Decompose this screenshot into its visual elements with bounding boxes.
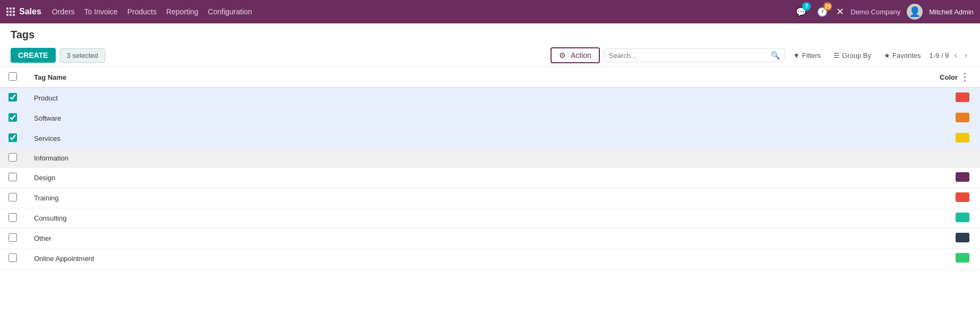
select-all-checkbox[interactable]: [8, 72, 17, 81]
nav-reporting[interactable]: Reporting: [166, 7, 199, 16]
filters-button[interactable]: ▼ Filters: [789, 49, 825, 62]
search-input[interactable]: [609, 52, 771, 60]
groupby-icon: ☰: [833, 52, 840, 60]
row-color-cell: [611, 168, 980, 188]
row-check-cell: [0, 229, 25, 249]
table-row: Training: [0, 188, 980, 208]
row-color-cell: [611, 229, 980, 249]
col-header-color: Color ⋮: [611, 67, 980, 88]
next-page-button[interactable]: ›: [962, 49, 969, 61]
nav-menu: Orders To Invoice Products Reporting Con…: [52, 7, 783, 16]
color-swatch: [956, 172, 969, 182]
avatar[interactable]: 👤: [907, 4, 923, 20]
row-checkbox[interactable]: [8, 113, 17, 122]
prev-page-button[interactable]: ‹: [952, 49, 959, 61]
pagination: 1-9 / 9 ‹ ›: [929, 49, 969, 61]
row-name-cell[interactable]: Consulting: [25, 208, 611, 229]
row-name-cell[interactable]: Online Appointment: [25, 249, 611, 269]
table-container: Tag Name Color ⋮ ProductSoftwareServices…: [0, 67, 980, 269]
favorites-button[interactable]: ★ Favorites: [880, 49, 925, 62]
row-checkbox[interactable]: [8, 193, 17, 201]
color-swatch: [956, 133, 969, 142]
color-swatch: [956, 92, 969, 102]
color-swatch: [956, 192, 969, 202]
search-icon: 🔍: [771, 51, 780, 60]
create-button[interactable]: CREATE: [11, 48, 56, 63]
table-header-row: Tag Name Color ⋮: [0, 67, 980, 88]
color-swatch: [956, 253, 969, 263]
page-content: Tags CREATE 3 selected ⚙ Action 🔍 ▼ Filt…: [0, 23, 980, 329]
close-icon[interactable]: ✕: [836, 6, 844, 18]
action-button[interactable]: ⚙ Action: [551, 47, 600, 63]
row-check-cell: [0, 168, 25, 188]
row-check-cell: [0, 188, 25, 208]
selected-badge[interactable]: 3 selected: [60, 48, 105, 63]
row-check-cell: [0, 208, 25, 229]
row-check-cell: [0, 88, 25, 108]
row-checkbox[interactable]: [8, 254, 17, 262]
color-swatch: [956, 113, 969, 122]
row-color-cell: [611, 208, 980, 229]
row-color-cell: [611, 129, 980, 149]
app-grid-icon: [6, 7, 15, 16]
row-checkbox[interactable]: [8, 153, 17, 162]
nav-to-invoice[interactable]: To Invoice: [84, 7, 118, 16]
row-name-cell[interactable]: Information: [25, 149, 611, 168]
row-checkbox[interactable]: [8, 213, 17, 222]
table-row: Services: [0, 129, 980, 149]
top-navigation: Sales Orders To Invoice Products Reporti…: [0, 0, 980, 23]
groupby-label: Group By: [842, 52, 871, 60]
nav-orders[interactable]: Orders: [52, 7, 75, 16]
row-check-cell: [0, 108, 25, 129]
topnav-right: 💬 7 🕐 29 ✕ Demo Company 👤 Mitchell Admin: [794, 4, 974, 20]
row-name-cell[interactable]: Training: [25, 188, 611, 208]
filters-label: Filters: [802, 52, 821, 60]
star-icon: ★: [884, 52, 890, 60]
activities-badge[interactable]: 🕐 29: [815, 4, 830, 19]
messages-badge[interactable]: 💬 7: [794, 4, 809, 19]
page-title: Tags: [11, 29, 35, 41]
row-check-cell: [0, 249, 25, 269]
row-color-cell: [611, 108, 980, 129]
row-color-cell: [611, 88, 980, 108]
color-swatch: [956, 213, 969, 222]
row-name-cell[interactable]: Other: [25, 229, 611, 249]
table-body: ProductSoftwareServicesInformationDesign…: [0, 88, 980, 269]
search-bar: 🔍: [604, 48, 785, 62]
row-check-cell: [0, 129, 25, 149]
row-name-cell[interactable]: Design: [25, 168, 611, 188]
color-label: Color: [940, 73, 958, 81]
company-name[interactable]: Demo Company: [850, 8, 900, 16]
page-header: Tags: [0, 23, 980, 44]
row-name-cell[interactable]: Services: [25, 129, 611, 149]
row-checkbox[interactable]: [8, 93, 17, 102]
pagination-text: 1-9 / 9: [929, 52, 949, 60]
table-row: Design: [0, 168, 980, 188]
row-check-cell: [0, 149, 25, 168]
row-checkbox[interactable]: [8, 233, 17, 242]
filter-icon: ▼: [793, 52, 800, 60]
app-name: Sales: [19, 7, 41, 16]
toolbar: CREATE 3 selected ⚙ Action 🔍 ▼ Filters ☰…: [0, 44, 980, 67]
color-swatch: [956, 233, 969, 242]
favorites-label: Favorites: [892, 52, 921, 60]
gear-icon: ⚙: [559, 51, 566, 60]
row-name-cell[interactable]: Product: [25, 88, 611, 108]
row-checkbox[interactable]: [8, 133, 17, 142]
row-checkbox[interactable]: [8, 173, 17, 181]
app-brand[interactable]: Sales: [6, 7, 41, 16]
table-row: Information: [0, 149, 980, 168]
row-name-cell[interactable]: Software: [25, 108, 611, 129]
table-row: Other: [0, 229, 980, 249]
row-color-cell: [611, 249, 980, 269]
col-header-check: [0, 67, 25, 88]
settings-dots-icon[interactable]: ⋮: [960, 71, 969, 83]
table-row: Online Appointment: [0, 249, 980, 269]
nav-products[interactable]: Products: [127, 7, 157, 16]
nav-configuration[interactable]: Configuration: [208, 7, 252, 16]
tags-table: Tag Name Color ⋮ ProductSoftwareServices…: [0, 67, 980, 269]
groupby-button[interactable]: ☰ Group By: [829, 49, 875, 62]
table-row: Consulting: [0, 208, 980, 229]
table-row: Product: [0, 88, 980, 108]
col-header-name[interactable]: Tag Name: [25, 67, 611, 88]
